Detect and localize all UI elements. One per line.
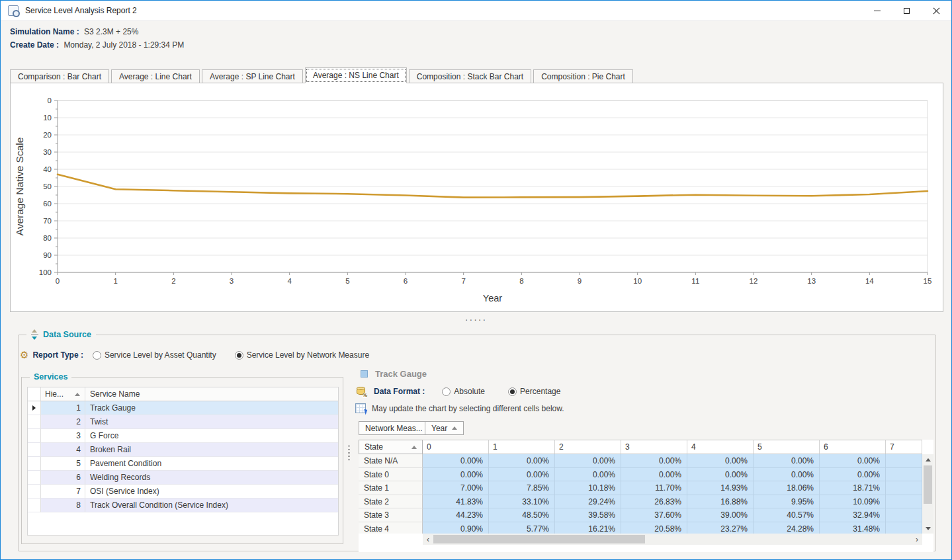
service-row-twist[interactable]: 2Twist (28, 415, 338, 429)
pivot-cell[interactable]: 32.94% (820, 508, 886, 522)
vertical-scrollbar-thumb[interactable] (924, 465, 932, 504)
service-name-cell[interactable]: OSI (Service Index) (85, 485, 338, 499)
pivot-column-header-2[interactable]: 2 (555, 440, 621, 454)
pivot-row-label[interactable]: State 2 (359, 495, 423, 509)
pivot-cell[interactable]: 0.00% (555, 454, 621, 468)
service-name-cell[interactable]: G Force (85, 429, 338, 443)
pivot-cell[interactable]: 0.00% (820, 454, 886, 468)
pivot-column-header-0[interactable]: 0 (423, 440, 489, 454)
pivot-row-label[interactable]: State 4 (359, 522, 423, 534)
pivot-cell[interactable]: 0.00% (621, 454, 687, 468)
hierarchy-cell[interactable]: 5 (41, 457, 85, 471)
horizontal-scrollbar-thumb[interactable] (433, 535, 645, 543)
pivot-cell[interactable]: 18.06% (754, 481, 820, 495)
pivot-cell[interactable]: 0.00% (687, 468, 754, 482)
service-name-cell[interactable]: Track Gauge (85, 401, 338, 415)
pivot-cell[interactable]: 7.00% (423, 481, 489, 495)
radio-service-level-by-asset-quantity[interactable] (93, 351, 101, 360)
tab-average-sp-line-chart[interactable]: Average : SP Line Chart (202, 69, 303, 83)
state-row-header[interactable]: State (359, 440, 423, 454)
pivot-cell[interactable]: 39.00% (687, 508, 754, 522)
pivot-cell[interactable]: 10.18% (555, 481, 621, 495)
pivot-row-label[interactable]: State 1 (359, 481, 423, 495)
vertical-scrollbar[interactable] (922, 454, 933, 534)
collapse-splitter-icon[interactable] (31, 329, 38, 340)
service-row-welding-records[interactable]: 6Welding Records (28, 471, 338, 485)
service-name-cell[interactable]: Pavement Condition (85, 457, 338, 471)
pivot-cell[interactable]: 0.00% (820, 468, 886, 482)
radio-label-network-measure[interactable]: Service Level by Network Measure (247, 350, 369, 360)
network-measure-field-button[interactable]: Network Meas... (359, 421, 429, 435)
pivot-cell[interactable]: 18.71% (820, 481, 886, 495)
pivot-column-header-4[interactable]: 4 (687, 440, 754, 454)
close-button[interactable] (922, 1, 951, 20)
hierarchy-cell[interactable]: 1 (41, 401, 85, 415)
pivot-row-label[interactable]: State N/A (359, 454, 423, 468)
pivot-column-header-3[interactable]: 3 (621, 440, 687, 454)
pivot-cell[interactable]: 0.00% (423, 454, 489, 468)
scroll-left-icon[interactable]: ‹ (423, 534, 433, 545)
pivot-cell[interactable]: 14.93% (687, 481, 754, 495)
scroll-right-icon[interactable]: › (912, 534, 922, 545)
pivot-cell[interactable]: 33.10% (489, 495, 555, 509)
pivot-cell[interactable]: 0.00% (489, 454, 555, 468)
pivot-row-label[interactable]: State 3 (359, 508, 423, 522)
pivot-cell[interactable]: 10.09% (820, 495, 886, 509)
pivot-cell[interactable]: 11.70% (621, 481, 687, 495)
pivot-cell[interactable]: 7.85% (489, 481, 555, 495)
pivot-cell[interactable]: 5.77% (489, 522, 555, 534)
pivot-cell[interactable] (886, 522, 922, 534)
pivot-column-header-5[interactable]: 5 (754, 440, 820, 454)
pivot-cell[interactable]: 48.50% (489, 508, 555, 522)
radio-label-asset-quantity[interactable]: Service Level by Asset Quantity (105, 350, 216, 360)
year-field-button[interactable]: Year (425, 421, 464, 435)
pivot-cell[interactable]: 0.90% (423, 522, 489, 534)
pivot-cell[interactable]: 0.00% (489, 468, 555, 482)
service-name-cell[interactable]: Welding Records (85, 471, 338, 485)
pivot-cell[interactable] (886, 468, 922, 482)
tab-average-line-chart[interactable]: Average : Line Chart (111, 69, 200, 83)
pivot-cell[interactable]: 23.27% (687, 522, 754, 534)
pivot-cell[interactable]: 20.58% (621, 522, 687, 534)
pivot-cell[interactable]: 26.83% (621, 495, 687, 509)
hierarchy-cell[interactable]: 2 (41, 415, 85, 429)
pivot-column-header-6[interactable]: 6 (820, 440, 886, 454)
tab-average-ns-line-chart[interactable]: Average : NS Line Chart (305, 67, 407, 83)
pivot-cell[interactable] (886, 495, 922, 509)
pivot-cell[interactable]: 0.00% (754, 468, 820, 482)
pivot-cell[interactable] (886, 454, 922, 468)
pivot-cell[interactable] (886, 481, 922, 495)
pivot-cell[interactable]: 41.83% (423, 495, 489, 509)
pivot-column-header-7[interactable]: 7 (886, 440, 922, 454)
pivot-cell[interactable]: 39.58% (555, 508, 621, 522)
service-row-track-overall-condition-service-index[interactable]: 8Track Overall Condition (Service Index) (28, 499, 338, 512)
service-name-column-header[interactable]: Service Name (85, 387, 338, 401)
radio-percentage[interactable] (508, 387, 517, 396)
pivot-cell[interactable]: 0.00% (555, 468, 621, 482)
hierarchy-column-header[interactable]: Hie... (41, 387, 85, 401)
service-row-broken-rail[interactable]: 4Broken Rail (28, 443, 338, 457)
service-name-cell[interactable]: Twist (85, 415, 338, 429)
minimize-button[interactable] (862, 1, 892, 20)
radio-service-level-by-network-measure[interactable] (235, 351, 243, 360)
pivot-cell[interactable]: 16.88% (687, 495, 754, 509)
scroll-up-icon[interactable] (922, 454, 933, 465)
hierarchy-cell[interactable]: 4 (41, 443, 85, 457)
tab-composition-stack-bar-chart[interactable]: Composition : Stack Bar Chart (409, 69, 531, 83)
tab-comparison-bar-chart[interactable]: Comparison : Bar Chart (10, 69, 109, 83)
maximize-button[interactable] (892, 1, 922, 20)
hierarchy-cell[interactable]: 8 (41, 499, 85, 512)
pivot-column-header-1[interactable]: 1 (489, 440, 555, 454)
pivot-cell[interactable]: 0.00% (754, 454, 820, 468)
pivot-cell[interactable] (886, 508, 922, 522)
pivot-cell[interactable]: 16.21% (555, 522, 621, 534)
scroll-down-icon[interactable] (922, 523, 933, 534)
pivot-cell[interactable]: 29.24% (555, 495, 621, 509)
radio-label-percentage[interactable]: Percentage (520, 387, 560, 396)
pivot-cell[interactable]: 44.23% (423, 508, 489, 522)
pivot-cell[interactable]: 40.57% (754, 508, 820, 522)
pivot-cell[interactable]: 0.00% (423, 468, 489, 482)
horizontal-scrollbar[interactable]: ‹ › (423, 534, 922, 545)
service-row-osi-service-index[interactable]: 7OSI (Service Index) (28, 485, 338, 499)
service-name-cell[interactable]: Broken Rail (85, 443, 338, 457)
